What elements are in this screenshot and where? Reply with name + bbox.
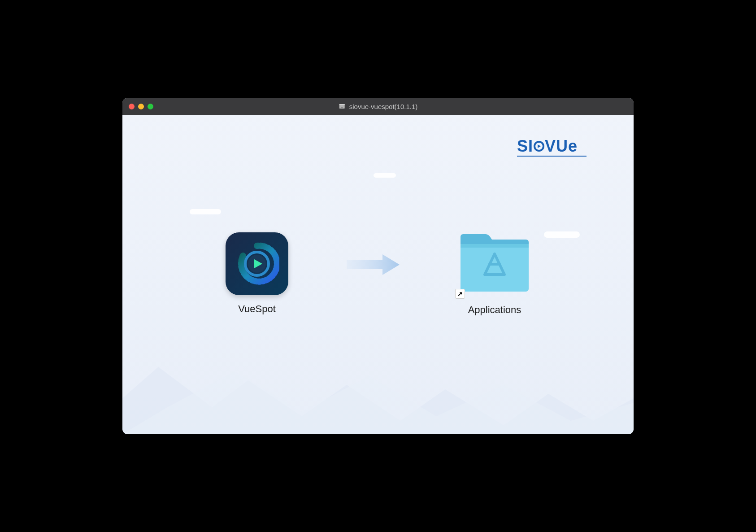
mountains-decoration: [122, 344, 634, 434]
svg-rect-14: [461, 244, 529, 248]
title-content: siovue-vuespot(10.1.1): [339, 103, 418, 110]
content-area: SI VUe: [122, 115, 634, 434]
svg-text:SI: SI: [517, 137, 533, 155]
folder-group: ↗ Applications: [459, 231, 530, 316]
close-button[interactable]: [129, 104, 135, 109]
traffic-lights: [129, 104, 153, 109]
cloud-decoration: [374, 173, 396, 178]
brand-logo: SI VUe: [517, 137, 589, 161]
maximize-button[interactable]: [148, 104, 153, 109]
svg-marker-5: [538, 144, 541, 148]
cloud-decoration: [190, 209, 221, 214]
svg-text:VUe: VUe: [545, 137, 578, 155]
arrow-icon: [347, 253, 400, 276]
svg-rect-1: [339, 104, 345, 105]
folder-label: Applications: [468, 304, 521, 316]
app-label: VueSpot: [238, 303, 276, 315]
install-row: VueSpot: [122, 231, 634, 316]
window-title: siovue-vuespot(10.1.1): [349, 103, 418, 110]
minimize-button[interactable]: [138, 104, 144, 109]
app-group: VueSpot: [226, 232, 288, 315]
svg-rect-13: [461, 244, 529, 292]
app-icon[interactable]: [226, 232, 288, 295]
titlebar: siovue-vuespot(10.1.1): [122, 98, 634, 115]
applications-folder[interactable]: ↗: [459, 231, 530, 296]
disk-icon: [339, 103, 346, 110]
installer-window: siovue-vuespot(10.1.1) SI VUe: [122, 98, 634, 434]
svg-rect-2: [341, 107, 343, 108]
shortcut-arrow-icon: ↗: [455, 289, 465, 299]
